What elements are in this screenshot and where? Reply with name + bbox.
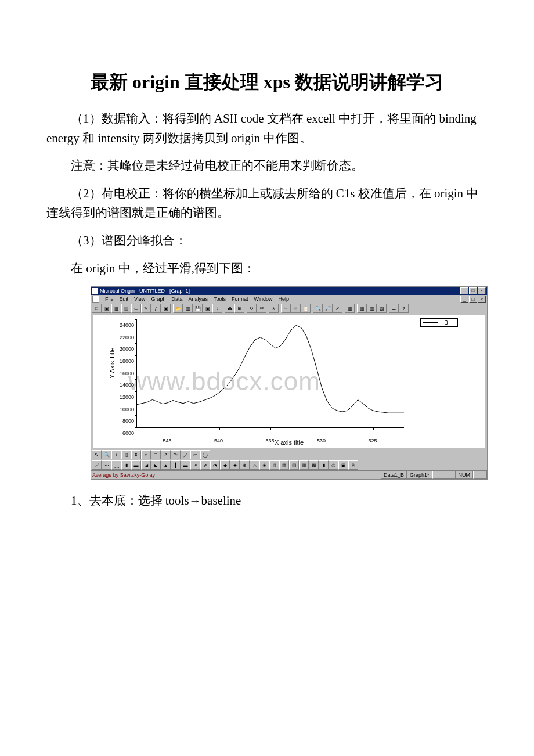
minimize-button[interactable]: _	[460, 287, 468, 294]
hi-lo-button[interactable]: ┃	[171, 460, 181, 470]
mdi-minimize-button[interactable]: _	[460, 296, 468, 303]
zoom-out-button[interactable]: 🔎	[323, 304, 333, 313]
menu-data[interactable]: Data	[171, 296, 182, 302]
vector-xy-button[interactable]: ↗	[190, 460, 200, 470]
paragraph-6: 1、去本底：选择 tools→baseline	[46, 491, 488, 511]
3d-color-button[interactable]: ◆	[220, 460, 230, 470]
paragraph-1: （1）数据输入：将得到的 ASII code 文档在 excell 中打开，将里…	[46, 109, 488, 148]
menu-help[interactable]: Help	[278, 296, 289, 302]
maximize-button[interactable]: □	[469, 287, 477, 294]
ternary-plot-button[interactable]: △	[250, 460, 259, 470]
y-tick-labels: 6000800010000120001400016000180002000022…	[117, 321, 134, 429]
hist-plot-button[interactable]: ▥	[279, 460, 289, 470]
duplicate-button[interactable]: ⧉	[257, 304, 266, 313]
pointer-tool[interactable]: ↖	[92, 450, 102, 459]
rect-tool[interactable]: ▭	[190, 450, 200, 459]
menu-analysis[interactable]: Analysis	[188, 296, 208, 302]
new-notes-button[interactable]: ✎	[141, 304, 151, 313]
results-log-button[interactable]: ☰	[389, 304, 399, 313]
open-template-button[interactable]: ▥	[183, 304, 193, 313]
window-titlebar: Microcal Origin - UNTITLED - [Graph1] _ …	[91, 287, 487, 295]
draw-data-tool[interactable]: ✧	[141, 450, 151, 459]
add-layer-button[interactable]: ▦	[345, 304, 355, 313]
save-template-button[interactable]: ▣	[203, 304, 212, 313]
add-color-button[interactable]: ▦	[357, 304, 367, 313]
image-plot-button[interactable]: ▣	[338, 460, 348, 470]
menu-view[interactable]: View	[134, 296, 145, 302]
text-tool[interactable]: T	[151, 450, 161, 459]
menu-edit[interactable]: Edit	[120, 296, 129, 302]
menu-format[interactable]: Format	[232, 296, 248, 302]
tools-toolbar: ↖ 🔍 + ▯ ⇕ ✧ T ↗ ↷ ／ ▭ ◯	[91, 449, 487, 460]
surface-plot-button[interactable]: ▦	[299, 460, 309, 470]
rescale-button[interactable]: ⤢	[333, 304, 342, 313]
merge-button[interactable]: ▧	[377, 304, 387, 313]
template-button[interactable]: ⎘	[348, 460, 358, 470]
zoom-in-button[interactable]: 🔍	[313, 304, 323, 313]
legend[interactable]: B	[420, 318, 458, 327]
scatter-plot-button[interactable]: ⋯	[102, 460, 111, 470]
mdi-maximize-button[interactable]: □	[469, 296, 477, 303]
close-button[interactable]: ×	[478, 287, 486, 294]
bars3d-plot-button[interactable]: ▮	[319, 460, 329, 470]
line-plot-button[interactable]: ／	[92, 460, 102, 470]
reader-tool[interactable]: +	[111, 450, 121, 459]
save-button[interactable]: 💾	[193, 304, 203, 313]
curved-arrow-tool[interactable]: ↷	[171, 450, 181, 459]
y-axis-label[interactable]: Y Axis Title	[109, 348, 116, 379]
arrow-tool[interactable]: ↗	[161, 450, 171, 459]
doc-title: 最新 origin 直接处理 xps 数据说明讲解学习	[46, 70, 488, 95]
new-project-button[interactable]: ▣	[161, 304, 171, 313]
new-button[interactable]: □	[92, 304, 102, 313]
3d-xy-button[interactable]: ◈	[230, 460, 240, 470]
new-matrix-button[interactable]: ▤	[121, 304, 131, 313]
wire-plot-button[interactable]: ▩	[309, 460, 319, 470]
column-plot-button[interactable]: ▮	[121, 460, 131, 470]
line-symbol-button[interactable]: ⁔	[111, 460, 121, 470]
legend-line-icon	[423, 322, 438, 323]
floating-bar-button[interactable]: ▬	[181, 460, 190, 470]
import-button[interactable]: ⇩	[212, 304, 222, 313]
stack-area-button[interactable]: ◣	[151, 460, 161, 470]
y-tick: 22000	[120, 334, 134, 340]
polar-plot-button[interactable]: ⊕	[240, 460, 250, 470]
window-title: Microcal Origin - UNTITLED - [Graph1]	[100, 288, 460, 294]
print-button[interactable]: 🖶	[225, 304, 234, 313]
contour-plot-button[interactable]: ◎	[329, 460, 338, 470]
refresh-button[interactable]: ↻	[247, 304, 257, 313]
mdi-close-button[interactable]: ×	[478, 296, 486, 303]
menu-file[interactable]: File	[105, 296, 114, 302]
box-plot-button[interactable]: ▯	[269, 460, 279, 470]
paste-button[interactable]: 📋	[301, 304, 311, 313]
pie-plot-button[interactable]: ◔	[210, 460, 220, 470]
x-tick: 540	[214, 438, 223, 444]
new-graph-button[interactable]: ▣	[102, 304, 111, 313]
copy-button[interactable]: ⎘	[291, 304, 301, 313]
x-axis-label[interactable]: X axis title	[275, 439, 304, 446]
circle-tool[interactable]: ◯	[200, 450, 210, 459]
area-plot-button[interactable]: ◢	[141, 460, 151, 470]
labtalk-button[interactable]: λ	[269, 304, 279, 313]
line-tool[interactable]: ／	[181, 450, 190, 459]
data-selector-tool[interactable]: ▯	[121, 450, 131, 459]
smith-plot-button[interactable]: ⊗	[259, 460, 269, 470]
menu-graph[interactable]: Graph	[151, 296, 165, 302]
new-excel-button[interactable]: ▦	[111, 304, 121, 313]
zoom-tool[interactable]: 🔍	[102, 450, 111, 459]
help-button[interactable]: ?	[399, 304, 409, 313]
new-function-button[interactable]: ƒ	[151, 304, 161, 313]
data-reader-tool[interactable]: ⇕	[131, 450, 141, 459]
cut-button[interactable]: ✂	[281, 304, 291, 313]
qc-plot-button[interactable]: ▤	[289, 460, 299, 470]
vector-xyam-button[interactable]: ⇗	[200, 460, 210, 470]
extract-button[interactable]: ▥	[367, 304, 377, 313]
bar-plot-button[interactable]: ▬	[131, 460, 141, 470]
y-tick: 6000	[122, 430, 134, 436]
open-button[interactable]: 📂	[173, 304, 183, 313]
plot-area[interactable]: www.bdocx.com B Y Axis Title X axis titl…	[93, 315, 485, 448]
menu-tools[interactable]: Tools	[214, 296, 226, 302]
print-preview-button[interactable]: 🗎	[234, 304, 244, 313]
menu-window[interactable]: Window	[254, 296, 272, 302]
new-layout-button[interactable]: ▭	[131, 304, 141, 313]
fill-area-button[interactable]: ▲	[161, 460, 171, 470]
